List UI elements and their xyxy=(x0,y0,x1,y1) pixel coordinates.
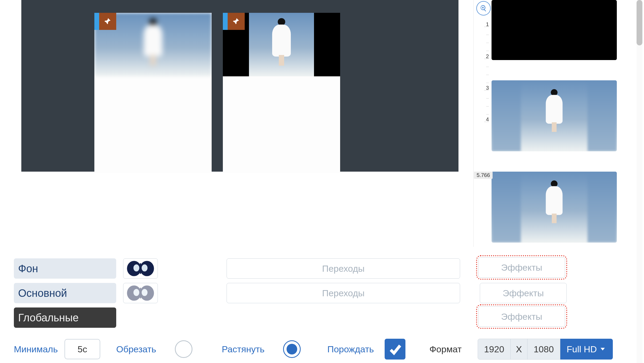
effects-button-main[interactable]: Эффекты xyxy=(480,283,567,303)
clip-thumbnail[interactable] xyxy=(492,80,617,151)
transitions-button-background[interactable]: Переходы xyxy=(227,258,460,279)
clip-thumbnail[interactable] xyxy=(492,172,617,243)
crop-label: Обрезать xyxy=(116,344,159,354)
vertical-scrollbar-track[interactable] xyxy=(637,0,642,363)
zoom-in-icon xyxy=(480,5,487,12)
effects-button-global[interactable]: Эффекты xyxy=(478,306,565,327)
slide-card[interactable] xyxy=(223,13,340,173)
svg-rect-9 xyxy=(140,288,141,298)
svg-point-8 xyxy=(142,289,147,296)
check-icon xyxy=(388,342,402,356)
svg-point-2 xyxy=(134,265,139,271)
clip-time-badge: 5.766 xyxy=(474,172,493,179)
minimal-duration-input[interactable] xyxy=(65,339,100,359)
clip-thumbnail-black[interactable] xyxy=(492,0,617,60)
timeline-ruler[interactable]: 1 2 3 4 xyxy=(473,0,492,247)
effects-highlight: Эффекты xyxy=(476,304,567,329)
layer-row-global: Глобальные xyxy=(14,307,116,328)
stretch-label: Растянуть xyxy=(222,344,270,354)
format-label: Формат xyxy=(429,344,462,354)
pin-icon xyxy=(232,17,240,26)
format-width-input[interactable] xyxy=(478,339,511,360)
layer-row-background: Фон xyxy=(14,258,158,279)
spawn-label: Порождать xyxy=(327,344,374,354)
svg-rect-4 xyxy=(140,263,141,274)
canvas-area xyxy=(21,0,458,172)
format-height-input[interactable] xyxy=(527,339,560,360)
layer-label-global[interactable]: Глобальные xyxy=(14,307,116,328)
spawn-checkbox[interactable] xyxy=(385,339,405,360)
format-preset-dropdown[interactable]: Full HD xyxy=(560,339,613,360)
slide-handle[interactable] xyxy=(94,13,99,30)
crop-radio[interactable] xyxy=(175,340,192,358)
butterfly-icon xyxy=(126,260,155,277)
layer-row-main: Основной xyxy=(14,283,158,303)
footer-controls: Минималь Обрезать Растянуть Порождать Фо… xyxy=(14,338,624,360)
layer-thumbnail-main[interactable] xyxy=(123,283,158,303)
vertical-scrollbar-thumb[interactable] xyxy=(637,0,642,45)
layer-label-main[interactable]: Основной xyxy=(14,283,116,303)
format-separator: X xyxy=(511,339,527,360)
format-preset-label: Full HD xyxy=(567,344,597,354)
minimal-label: Минималь xyxy=(14,344,65,354)
caret-down-icon xyxy=(601,348,605,350)
svg-point-3 xyxy=(142,265,147,271)
effects-highlight: Эффекты xyxy=(476,255,567,280)
svg-point-7 xyxy=(134,289,139,296)
pin-icon xyxy=(103,17,112,26)
effects-button-background[interactable]: Эффекты xyxy=(478,257,565,278)
slide-card[interactable] xyxy=(94,13,212,173)
butterfly-icon xyxy=(126,284,155,302)
layer-thumbnail-background[interactable] xyxy=(123,258,158,279)
pin-button[interactable] xyxy=(99,13,116,30)
zoom-in-button[interactable] xyxy=(476,1,491,15)
layer-label-background[interactable]: Фон xyxy=(14,258,116,279)
slide-handle[interactable] xyxy=(223,13,228,30)
transitions-button-main[interactable]: Переходы xyxy=(227,283,460,303)
stretch-radio[interactable] xyxy=(283,340,301,358)
pin-button[interactable] xyxy=(228,13,245,30)
clips-column xyxy=(492,0,617,243)
